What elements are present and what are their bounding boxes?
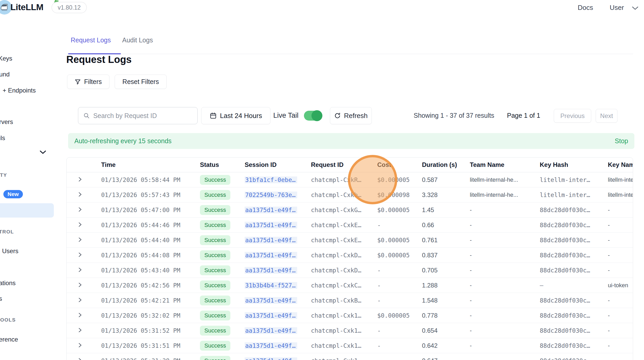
table-row[interactable]: 01/13/2026 05:44:46 PMSuccessaa1375d1-e4… <box>67 218 633 233</box>
table-row[interactable]: 01/13/2026 05:31:51 PMSuccessaa1375d1-e4… <box>67 338 633 353</box>
table-row[interactable]: 01/13/2026 05:44:40 PMSuccessaa1375d1-e4… <box>67 233 633 248</box>
cell-cost: $0.000005 <box>377 237 422 244</box>
sidebar-item-guardrails[interactable]: ils <box>0 134 5 142</box>
table-row[interactable]: 01/13/2026 05:31:52 PMSuccessaa1375d1-e4… <box>67 323 633 338</box>
tab-request-logs[interactable]: Request Logs <box>71 36 111 44</box>
cell-request-id: chatcmpl-Cxkb… <box>311 192 377 198</box>
cell-duration: 3.328 <box>422 191 470 199</box>
session-id-link[interactable]: aa1375d1-e49f… <box>245 327 297 334</box>
session-id-link[interactable]: aa1375d1-e49f… <box>245 357 297 360</box>
sidebar-section-header: TOOLS <box>0 317 16 323</box>
live-tail-toggle[interactable] <box>304 111 322 121</box>
session-id-link[interactable]: aa1375d1-e49f… <box>245 342 297 349</box>
table-row[interactable]: 01/13/2026 05:32:02 PMSuccessaa1375d1-e4… <box>67 308 633 323</box>
cell-time: 01/13/2026 05:44:08 PM <box>101 252 200 259</box>
sidebar-item-keys[interactable]: Keys <box>0 55 12 62</box>
table-row[interactable]: 01/13/2026 05:42:21 PMSuccessaa1375d1-e4… <box>67 293 633 308</box>
refresh-button[interactable]: Refresh <box>330 107 372 124</box>
header-team-name: Team Name <box>470 161 540 168</box>
sidebar-item-organizations[interactable]: ations <box>0 279 16 287</box>
request-logs-table: Time Status Session ID Request ID Cost D… <box>66 157 633 360</box>
cell-team-name: - <box>470 357 540 360</box>
status-badge: Success <box>200 235 230 245</box>
search-box[interactable] <box>78 107 198 124</box>
session-id-link[interactable]: aa1375d1-e49f… <box>245 237 297 244</box>
expand-row-chevron-icon[interactable] <box>78 192 82 197</box>
session-id-link[interactable]: aa1375d1-e49f… <box>245 252 297 259</box>
previous-page-button[interactable]: Previous <box>554 109 591 123</box>
table-row[interactable]: 01/13/2026 05:44:08 PMSuccessaa1375d1-e4… <box>67 248 633 263</box>
cell-cost: - <box>377 282 422 289</box>
expand-row-chevron-icon[interactable] <box>78 177 82 182</box>
table-row[interactable]: 01/13/2026 05:47:00 PMSuccessaa1375d1-e4… <box>67 202 633 218</box>
cell-request-id: chatcmpl-Cxk1… <box>311 312 377 319</box>
sidebar-item-inference[interactable]: erence <box>0 336 18 343</box>
cell-time: 01/13/2026 05:57:43 PM <box>101 192 200 198</box>
header-duration: Duration (s) <box>422 161 470 168</box>
cell-key-hash: 88dc28d0f030c… <box>540 342 608 349</box>
cell-key-name: litellm-inte <box>608 192 633 198</box>
session-id-link[interactable]: aa1375d1-e49f… <box>245 207 297 213</box>
next-label: Next <box>600 112 613 120</box>
expand-row-chevron-icon[interactable] <box>78 297 82 303</box>
search-input[interactable] <box>93 112 192 120</box>
cell-time: 01/13/2026 05:42:21 PM <box>101 297 200 304</box>
cell-request-id: chatcmpl-CxkB… <box>311 297 377 304</box>
tab-audit-logs[interactable]: Audit Logs <box>122 36 153 44</box>
sidebar-item-playground[interactable]: und <box>0 71 10 78</box>
expand-row-chevron-icon[interactable] <box>78 252 82 257</box>
cell-team-name: - <box>470 252 540 259</box>
sidebar-expand-chevron-icon[interactable] <box>40 150 46 154</box>
cell-cost: - <box>377 357 422 360</box>
auto-refresh-banner: Auto-refreshing every 15 seconds Stop <box>68 133 634 149</box>
expand-row-chevron-icon[interactable] <box>78 282 82 287</box>
time-range-button[interactable]: Last 24 Hours <box>201 107 270 124</box>
sidebar-item-servers[interactable]: rvers <box>0 118 13 126</box>
cell-time: 01/13/2026 05:44:40 PM <box>101 237 200 244</box>
next-page-button[interactable]: Next <box>596 109 617 123</box>
sidebar-item-teams[interactable]: s <box>0 295 2 302</box>
expand-row-chevron-icon[interactable] <box>78 237 82 242</box>
sidebar-item-internal-users[interactable]: Users <box>2 247 18 255</box>
litellm-logo[interactable] <box>0 0 12 15</box>
sidebar-item-models-endpoints[interactable]: + Endpoints <box>3 87 36 94</box>
tabs-divider <box>66 54 633 54</box>
expand-row-chevron-icon[interactable] <box>78 343 82 348</box>
filters-button[interactable]: Filters <box>67 75 109 89</box>
reset-filters-button[interactable]: Reset Filters <box>115 75 167 89</box>
chevron-down-icon[interactable] <box>631 6 639 10</box>
table-row[interactable]: 01/13/2026 05:57:43 PMSuccess7022549b-76… <box>67 187 633 202</box>
expand-row-chevron-icon[interactable] <box>78 328 82 333</box>
table-row[interactable]: 01/13/2026 05:43:40 PMSuccessaa1375d1-e4… <box>67 263 633 278</box>
table-row[interactable]: 01/13/2026 05:42:56 PMSuccess31b3b4b4-f5… <box>67 278 633 293</box>
cell-duration: 0.647 <box>422 357 470 360</box>
cell-team-name: - <box>470 312 540 319</box>
cell-request-id: chatcmpl-CxkC… <box>311 282 377 289</box>
cell-key-name: - <box>608 342 633 349</box>
expand-row-chevron-icon[interactable] <box>78 267 82 272</box>
expand-row-chevron-icon[interactable] <box>78 207 82 212</box>
session-id-link[interactable]: aa1375d1-e49f… <box>245 297 297 304</box>
expand-row-chevron-icon[interactable] <box>78 222 82 227</box>
table-row[interactable]: 01/13/2026 05:58:44 PMSuccess31bfa1cf-0e… <box>67 172 633 187</box>
nav-docs-link[interactable]: Docs <box>578 4 593 12</box>
session-id-link[interactable]: aa1375d1-e49f… <box>245 312 297 319</box>
session-id-link[interactable]: aa1375d1-e49f… <box>245 267 297 274</box>
sidebar-item-selected[interactable] <box>0 203 54 218</box>
previous-label: Previous <box>560 112 584 120</box>
session-id-link[interactable]: 31bfa1cf-0ebe… <box>245 176 297 183</box>
session-id-link[interactable]: aa1375d1-e49f… <box>245 222 297 228</box>
expand-row-chevron-icon[interactable] <box>78 312 82 318</box>
session-id-link[interactable]: 31b3b4b4-f527… <box>245 282 297 289</box>
session-id-link[interactable]: 7022549b-763e… <box>245 192 297 198</box>
expand-row-chevron-icon[interactable] <box>78 358 82 360</box>
nav-user-menu[interactable]: User <box>610 4 624 12</box>
cell-cost: - <box>377 222 422 228</box>
cell-key-hash: – <box>540 282 608 289</box>
status-badge: Success <box>200 190 230 200</box>
table-row[interactable]: 01/13/2026 05:31:38 PMSuccessaa1375d1-e4… <box>67 353 633 360</box>
header-cost: Cost <box>377 161 422 168</box>
refresh-icon <box>334 112 341 119</box>
cell-cost: $0.000005 <box>377 176 422 183</box>
stop-auto-refresh-link[interactable]: Stop <box>615 137 628 145</box>
